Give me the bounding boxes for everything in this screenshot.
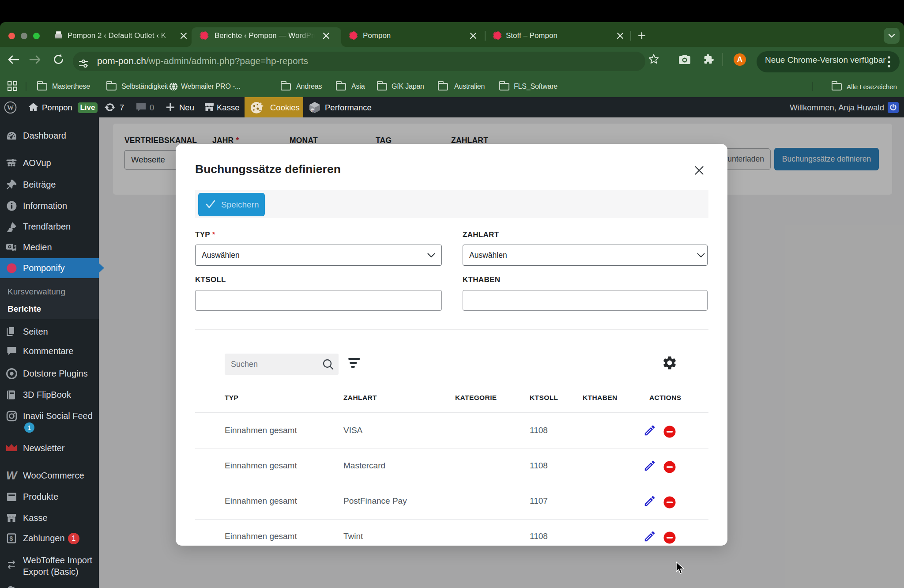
svg-text:W: W <box>7 104 14 111</box>
svg-text:$: $ <box>10 535 13 542</box>
svg-text:wp: wp <box>311 109 315 112</box>
